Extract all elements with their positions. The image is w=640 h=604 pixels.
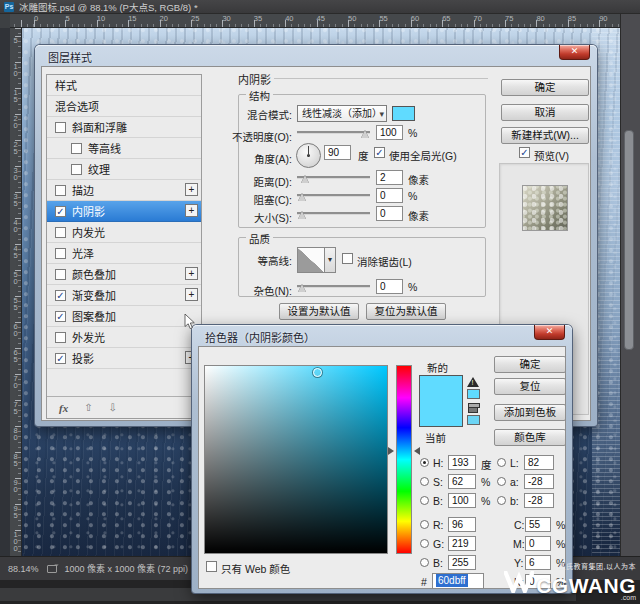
vertical-scrollbar[interactable] [624, 130, 634, 350]
choke-value[interactable]: 0 [376, 188, 403, 203]
cancel-button[interactable]: 取消 [501, 104, 589, 121]
blend-mode-select[interactable]: 线性减淡（添加） ▾ [297, 105, 387, 122]
r-radio[interactable] [420, 520, 429, 529]
shadow-color-swatch[interactable] [392, 106, 415, 121]
s-value[interactable]: 62 [448, 474, 476, 489]
style-list-item[interactable]: 等高线 [47, 138, 201, 159]
add-instance-icon[interactable]: + [185, 288, 198, 301]
style-list-item[interactable]: 混合选项 [47, 96, 201, 117]
a-value[interactable]: -28 [524, 474, 554, 489]
close-button[interactable]: ✕ [559, 45, 590, 60]
noise-slider[interactable] [297, 280, 370, 294]
style-list-item[interactable]: 外发光 [47, 327, 201, 348]
hue-marker-left-icon[interactable] [388, 447, 394, 455]
distance-value[interactable]: 2 [376, 170, 403, 185]
add-instance-icon[interactable]: + [185, 183, 198, 196]
l-radio[interactable] [497, 458, 506, 467]
ok-button[interactable]: 确定 [501, 79, 589, 96]
slider-thumb[interactable] [298, 211, 306, 219]
style-checkbox[interactable] [71, 143, 82, 154]
global-light-checkbox[interactable]: ✓ [374, 147, 385, 158]
preview-checkbox[interactable]: ✓ [519, 147, 530, 158]
r-value[interactable]: 96 [448, 517, 476, 532]
gamut-swatch[interactable] [467, 389, 480, 399]
saturation-brightness-field[interactable] [204, 365, 388, 554]
color-field-marker[interactable] [313, 368, 322, 377]
new-style-button[interactable]: 新建样式(W)... [501, 127, 589, 144]
web-safe-swatch[interactable] [467, 415, 480, 425]
h-radio[interactable] [420, 458, 429, 467]
size-slider[interactable] [297, 207, 370, 221]
style-list-item[interactable]: 样式 [47, 75, 201, 96]
slider-thumb[interactable] [361, 130, 369, 138]
style-list-item[interactable]: 纹理 [47, 159, 201, 180]
move-down-icon[interactable]: ⇩ [109, 402, 117, 413]
style-checkbox[interactable]: ✓ [55, 206, 66, 217]
web-colors-only-checkbox[interactable] [206, 561, 217, 572]
close-button[interactable]: ✕ [534, 325, 565, 340]
style-list-item[interactable]: ✓图案叠加 [47, 306, 201, 327]
choke-slider[interactable] [297, 189, 370, 203]
style-checkbox[interactable] [55, 248, 66, 259]
angle-dial[interactable] [296, 143, 321, 168]
style-list-item[interactable]: 斜面和浮雕 [47, 117, 201, 138]
add-instance-icon[interactable]: + [185, 204, 198, 217]
h-value[interactable]: 193 [448, 455, 476, 470]
style-list-item[interactable]: 光泽 [47, 243, 201, 264]
set-default-button[interactable]: 设置为默认值 [279, 303, 359, 320]
gamut-warning-icon[interactable] [467, 377, 479, 387]
angle-value[interactable]: 90 [324, 145, 351, 160]
b-rgb-radio[interactable] [420, 558, 429, 567]
s-radio[interactable] [420, 477, 429, 486]
slider-thumb[interactable] [298, 193, 306, 201]
style-list-item[interactable]: 描边+ [47, 180, 201, 201]
move-up-icon[interactable]: ⇧ [84, 402, 92, 413]
reset-button[interactable]: 复位 [494, 378, 566, 395]
contour-thumbnail[interactable] [297, 247, 325, 273]
style-checkbox[interactable] [71, 164, 82, 175]
m-value[interactable]: 0 [525, 536, 551, 551]
style-checkbox[interactable]: ✓ [55, 290, 66, 301]
reset-default-button[interactable]: 复位为默认值 [366, 303, 446, 320]
g-radio[interactable] [420, 539, 429, 548]
g-value[interactable]: 219 [448, 536, 476, 551]
add-instance-icon[interactable]: + [185, 267, 198, 280]
b-value[interactable]: 100 [448, 493, 476, 508]
style-list-item[interactable]: 颜色叠加+ [47, 264, 201, 285]
web-safe-cube-icon[interactable] [468, 405, 478, 413]
style-checkbox[interactable]: ✓ [55, 311, 66, 322]
b-radio[interactable] [420, 496, 429, 505]
hue-marker-right-icon[interactable] [414, 447, 420, 455]
slider-thumb[interactable] [301, 175, 309, 183]
a-radio[interactable] [497, 477, 506, 486]
slider-thumb[interactable] [298, 284, 306, 292]
style-checkbox[interactable]: ✓ [55, 353, 66, 364]
opacity-value[interactable]: 100 [376, 125, 403, 140]
noise-value[interactable]: 0 [376, 279, 403, 294]
opacity-slider[interactable] [297, 126, 370, 140]
style-list-item[interactable]: ✓内阴影+ [47, 201, 201, 222]
style-list-item[interactable]: ✓渐变叠加+ [47, 285, 201, 306]
b-lab-value[interactable]: -28 [524, 493, 554, 508]
size-value[interactable]: 0 [376, 206, 403, 221]
b-rgb-value[interactable]: 255 [448, 555, 476, 570]
style-checkbox[interactable] [55, 122, 66, 133]
b-lab-radio[interactable] [497, 496, 506, 505]
l-value[interactable]: 82 [524, 455, 554, 470]
hue-slider[interactable] [396, 365, 412, 554]
color-libraries-button[interactable]: 颜色库 [494, 429, 566, 446]
style-list-item[interactable]: ✓投影+ [47, 348, 201, 369]
distance-slider[interactable] [297, 171, 370, 185]
c-value[interactable]: 55 [525, 517, 551, 532]
hex-input[interactable]: 60dbff [432, 573, 484, 589]
style-list-item[interactable]: 内发光 [47, 222, 201, 243]
style-checkbox[interactable] [55, 332, 66, 343]
fx-icon[interactable]: fx [59, 402, 68, 414]
zoom-level[interactable]: 88.14% [8, 564, 39, 574]
ok-button[interactable]: 确定 [494, 356, 566, 373]
style-checkbox[interactable] [55, 227, 66, 238]
add-to-swatches-button[interactable]: 添加到色板 [494, 404, 566, 421]
anti-alias-checkbox[interactable] [342, 253, 353, 264]
style-checkbox[interactable] [55, 269, 66, 280]
style-checkbox[interactable] [55, 185, 66, 196]
